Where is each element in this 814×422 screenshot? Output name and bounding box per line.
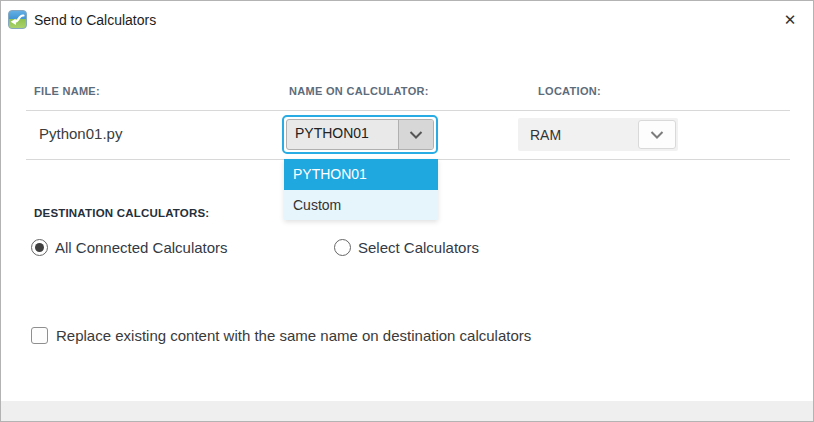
close-icon[interactable]: ✕	[780, 10, 800, 30]
column-header-name-on-calculator: NAME ON CALCULATOR:	[289, 85, 429, 97]
column-header-location: LOCATION:	[538, 85, 601, 97]
checkbox-label: Replace existing content with the same n…	[56, 327, 531, 344]
chevron-down-icon[interactable]	[398, 120, 433, 149]
dialog-footer	[1, 401, 813, 422]
name-dropdown-field: PYTHON01	[286, 119, 434, 150]
radio-label: Select Calculators	[358, 239, 479, 256]
replace-existing-checkbox-row[interactable]: Replace existing content with the same n…	[31, 327, 531, 344]
name-dropdown-open-list: PYTHON01 Custom	[284, 159, 438, 220]
dropdown-option-custom[interactable]: Custom	[284, 190, 438, 220]
title-bar: Send to Calculators ✕	[1, 1, 813, 39]
radio-all-connected-calculators[interactable]: All Connected Calculators	[31, 239, 228, 256]
header-divider	[26, 110, 790, 111]
radio-selected-icon[interactable]	[31, 239, 48, 256]
file-name-value: Python01.py	[39, 125, 122, 142]
radio-select-calculators[interactable]: Select Calculators	[334, 239, 479, 256]
destination-calculators-label: DESTINATION CALCULATORS:	[34, 207, 209, 219]
dropdown-option-python01[interactable]: PYTHON01	[284, 159, 438, 190]
location-dropdown-value: RAM	[518, 127, 638, 143]
radio-label: All Connected Calculators	[55, 239, 228, 256]
radio-unselected-icon[interactable]	[334, 239, 351, 256]
location-dropdown[interactable]: RAM	[518, 118, 678, 151]
chevron-down-icon[interactable]	[638, 120, 676, 149]
send-to-calculators-dialog: Send to Calculators ✕ FILE NAME: NAME ON…	[0, 0, 814, 422]
column-header-file-name: FILE NAME:	[34, 85, 100, 97]
app-transfer-icon	[8, 10, 27, 29]
dialog-title: Send to Calculators	[34, 12, 156, 28]
checkbox-unchecked-icon[interactable]	[31, 327, 48, 344]
name-dropdown-value: PYTHON01	[287, 120, 398, 149]
name-on-calculator-dropdown[interactable]: PYTHON01	[282, 115, 438, 154]
